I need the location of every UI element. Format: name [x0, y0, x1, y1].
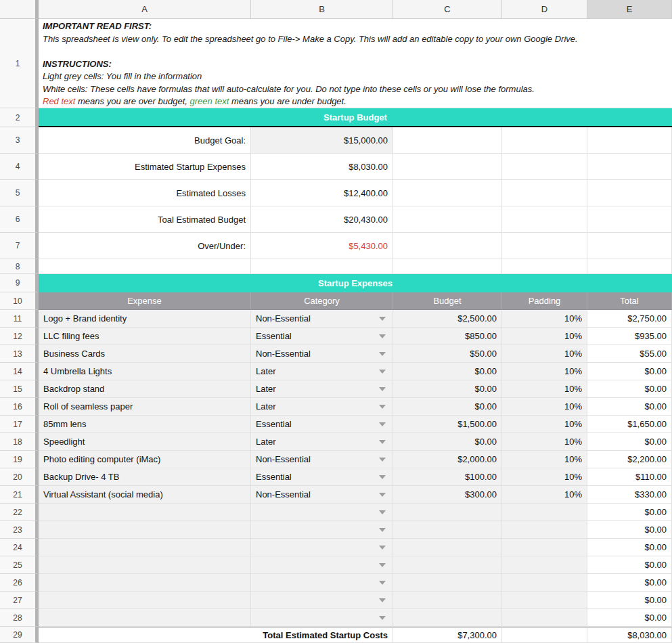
- padding-cell-d12[interactable]: 10%: [502, 328, 587, 345]
- budget-cell-c16[interactable]: $0.00: [393, 398, 502, 416]
- row-header-10[interactable]: 10: [0, 292, 39, 310]
- column-header-d[interactable]: D: [502, 0, 587, 19]
- category-dropdown-cell-b25[interactable]: [251, 556, 393, 574]
- row-header-19[interactable]: 19: [0, 451, 39, 468]
- dropdown-arrow-icon[interactable]: [379, 352, 386, 356]
- budget-value-4[interactable]: $20,430.00: [251, 206, 393, 233]
- cell-d6[interactable]: [502, 206, 587, 233]
- expense-name-cell-a16[interactable]: Roll of seamless paper: [39, 398, 251, 416]
- budget-label-5[interactable]: Over/Under:: [39, 233, 251, 259]
- column-header-c[interactable]: C: [393, 0, 502, 19]
- category-dropdown-cell-b19[interactable]: Non-Essential: [251, 451, 393, 468]
- dropdown-arrow-icon[interactable]: [379, 616, 386, 620]
- total-cell-e14[interactable]: $0.00: [587, 363, 672, 380]
- corner-cell[interactable]: [0, 0, 39, 19]
- total-cell-e21[interactable]: $330.00: [587, 486, 672, 504]
- cell-d4[interactable]: [502, 154, 587, 180]
- budget-cell-c21[interactable]: $300.00: [393, 486, 502, 504]
- expense-name-cell-a27[interactable]: [39, 592, 251, 609]
- dropdown-arrow-icon[interactable]: [379, 546, 386, 550]
- cell-c3[interactable]: [393, 127, 502, 154]
- cell-c6[interactable]: [393, 206, 502, 233]
- expense-name-cell-a26[interactable]: [39, 574, 251, 592]
- dropdown-arrow-icon[interactable]: [379, 422, 386, 426]
- cell-e6[interactable]: [587, 206, 672, 233]
- dropdown-arrow-icon[interactable]: [379, 440, 386, 444]
- category-dropdown-cell-b14[interactable]: Later: [251, 363, 393, 380]
- total-budget-value[interactable]: $7,300.00: [393, 627, 502, 643]
- row-header-11[interactable]: 11: [0, 310, 39, 328]
- dropdown-arrow-icon[interactable]: [379, 317, 386, 321]
- cell-e8[interactable]: [587, 259, 672, 274]
- dropdown-arrow-icon[interactable]: [379, 370, 386, 374]
- expense-name-cell-a20[interactable]: Backup Drive- 4 TB: [39, 468, 251, 486]
- total-cell-e16[interactable]: $0.00: [587, 398, 672, 416]
- dropdown-arrow-icon[interactable]: [379, 405, 386, 409]
- budget-label-4[interactable]: Toal Estimated Budget: [39, 206, 251, 233]
- budget-cell-c26[interactable]: [393, 574, 502, 592]
- expense-name-cell-a23[interactable]: [39, 521, 251, 539]
- cell-e5[interactable]: [587, 180, 672, 206]
- budget-cell-c27[interactable]: [393, 592, 502, 609]
- budget-cell-c25[interactable]: [393, 556, 502, 574]
- budget-label-3[interactable]: Estimated Losses: [39, 180, 251, 206]
- cell-c5[interactable]: [393, 180, 502, 206]
- expense-name-cell-a25[interactable]: [39, 556, 251, 574]
- row-header-23[interactable]: 23: [0, 521, 39, 539]
- dropdown-arrow-icon[interactable]: [379, 563, 386, 567]
- padding-cell-d17[interactable]: 10%: [502, 416, 587, 433]
- row-header-8[interactable]: 8: [0, 259, 39, 274]
- row-header-13[interactable]: 13: [0, 345, 39, 363]
- budget-cell-c12[interactable]: $850.00: [393, 328, 502, 345]
- row-header-2[interactable]: 2: [0, 108, 39, 127]
- total-cell-e13[interactable]: $55.00: [587, 345, 672, 363]
- padding-cell-d23[interactable]: [502, 521, 587, 539]
- row-header-12[interactable]: 12: [0, 328, 39, 345]
- startup-budget-banner[interactable]: Startup Budget: [39, 108, 672, 127]
- total-costs-label[interactable]: Total Estimated Startup Costs: [39, 627, 393, 643]
- startup-expenses-banner[interactable]: Startup Expenses: [39, 274, 672, 292]
- expenses-header-padding[interactable]: Padding: [502, 292, 587, 310]
- budget-label-2[interactable]: Estimated Startup Expenses: [39, 154, 251, 180]
- total-cell-e27[interactable]: $0.00: [587, 592, 672, 609]
- dropdown-arrow-icon[interactable]: [379, 528, 386, 532]
- cell-d7[interactable]: [502, 233, 587, 259]
- row-header-17[interactable]: 17: [0, 416, 39, 433]
- row-header-14[interactable]: 14: [0, 363, 39, 380]
- padding-cell-d26[interactable]: [502, 574, 587, 592]
- row-header-24[interactable]: 24: [0, 539, 39, 556]
- column-header-e-selected[interactable]: E: [587, 0, 672, 19]
- row-header-7[interactable]: 7: [0, 233, 39, 259]
- expense-name-cell-a19[interactable]: Photo editing computer (iMac): [39, 451, 251, 468]
- cell-d29[interactable]: [502, 627, 587, 643]
- padding-cell-d25[interactable]: [502, 556, 587, 574]
- row-header-4[interactable]: 4: [0, 154, 39, 180]
- cell-c4[interactable]: [393, 154, 502, 180]
- row-header-3[interactable]: 3: [0, 127, 39, 154]
- total-cell-e19[interactable]: $2,200.00: [587, 451, 672, 468]
- cell-b8[interactable]: [251, 259, 393, 274]
- total-cell-e22[interactable]: $0.00: [587, 504, 672, 521]
- cell-e7[interactable]: [587, 233, 672, 259]
- cell-c8[interactable]: [393, 259, 502, 274]
- budget-value-2[interactable]: $8,030.00: [251, 154, 393, 180]
- budget-cell-c13[interactable]: $50.00: [393, 345, 502, 363]
- expenses-header-expense[interactable]: Expense: [39, 292, 251, 310]
- padding-cell-d28[interactable]: [502, 609, 587, 627]
- column-header-b[interactable]: B: [251, 0, 393, 19]
- row-header-5[interactable]: 5: [0, 180, 39, 206]
- row-header-26[interactable]: 26: [0, 574, 39, 592]
- padding-cell-d24[interactable]: [502, 539, 587, 556]
- category-dropdown-cell-b24[interactable]: [251, 539, 393, 556]
- expense-name-cell-a24[interactable]: [39, 539, 251, 556]
- dropdown-arrow-icon[interactable]: [379, 458, 386, 462]
- row-header-15[interactable]: 15: [0, 380, 39, 398]
- category-dropdown-cell-b17[interactable]: Essential: [251, 416, 393, 433]
- category-dropdown-cell-b18[interactable]: Later: [251, 433, 393, 451]
- row-header-6[interactable]: 6: [0, 206, 39, 233]
- total-cell-e24[interactable]: $0.00: [587, 539, 672, 556]
- padding-cell-d21[interactable]: 10%: [502, 486, 587, 504]
- padding-cell-d27[interactable]: [502, 592, 587, 609]
- budget-cell-c14[interactable]: $0.00: [393, 363, 502, 380]
- total-cell-e12[interactable]: $935.00: [587, 328, 672, 345]
